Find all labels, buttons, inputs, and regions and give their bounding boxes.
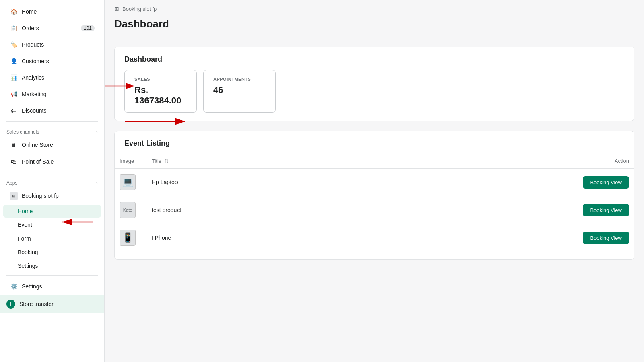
- sidebar-item-discounts[interactable]: 🏷 Discounts: [3, 103, 101, 119]
- row-action-3: Booking View: [348, 224, 634, 252]
- breadcrumb-icon: ⊞: [114, 6, 119, 12]
- sidebar-sub-item-booking[interactable]: Booking: [3, 246, 101, 259]
- apps-chevron: ›: [96, 180, 98, 186]
- booking-view-button-2[interactable]: Booking View: [583, 204, 629, 216]
- products-icon: 🏷️: [10, 41, 18, 49]
- sidebar-item-home[interactable]: 🏠 Home: [3, 4, 101, 20]
- sidebar-sub-item-settings-app[interactable]: Settings: [3, 259, 101, 272]
- row-image-3: 📱: [115, 224, 147, 252]
- app-icon: ⊞: [10, 192, 18, 200]
- sidebar-item-marketing[interactable]: 📢 Marketing: [3, 86, 101, 102]
- sidebar-sub-item-home[interactable]: Home: [3, 205, 101, 218]
- sales-stat-card: SALES Rs.1367384.00: [124, 70, 197, 113]
- marketing-icon: 📢: [10, 90, 18, 98]
- content-area: Dashboard SALES Rs.1367384.00: [105, 37, 644, 269]
- orders-icon: 📋: [10, 24, 18, 32]
- online-store-icon: 🖥: [10, 141, 18, 149]
- row-action-2: Booking View: [348, 196, 634, 224]
- sidebar-divider-3: [6, 275, 98, 276]
- analytics-icon: 📊: [10, 74, 18, 82]
- sidebar-item-point-of-sale[interactable]: 🛍 Point of Sale: [3, 154, 101, 170]
- table-row: Kate test product Booking View: [115, 196, 634, 224]
- row-image-2: Kate: [115, 196, 147, 224]
- col-action: Action: [348, 154, 634, 169]
- sidebar-item-online-store[interactable]: 🖥 Online Store: [3, 137, 101, 153]
- sidebar-divider-2: [6, 173, 98, 173]
- breadcrumb: ⊞ Booking slot fp: [105, 0, 644, 16]
- stats-row: SALES Rs.1367384.00 APPOINTMENTS 46: [124, 70, 624, 113]
- row-title-1: Hp Laptop: [147, 169, 348, 196]
- sidebar-item-customers[interactable]: 👤 Customers: [3, 53, 101, 69]
- customers-icon: 👤: [10, 57, 18, 65]
- sidebar-sub-item-form[interactable]: Form: [3, 232, 101, 245]
- sidebar-item-settings[interactable]: ⚙️ Settings: [3, 278, 101, 294]
- stats-container: SALES Rs.1367384.00 APPOINTMENTS 46: [124, 70, 624, 113]
- event-listing-title: Event Listing: [115, 139, 634, 148]
- settings-icon: ⚙️: [10, 282, 18, 290]
- sales-label: SALES: [134, 77, 187, 82]
- store-transfer[interactable]: i Store transfer: [0, 295, 104, 313]
- dashboard-card: Dashboard SALES Rs.1367384.00: [114, 47, 634, 121]
- main-content: ⊞ Booking slot fp Dashboard Dashboard: [105, 0, 644, 362]
- col-title: Title ⇅: [147, 154, 348, 169]
- phone-icon: 📱: [122, 232, 133, 243]
- sidebar-app-booking-slot[interactable]: ⊞ Booking slot fp: [3, 188, 101, 204]
- row-action-1: Booking View: [348, 169, 634, 196]
- apps-section-label: Apps ›: [0, 175, 104, 187]
- event-listing-card: Event Listing Image Title ⇅ Action: [114, 131, 634, 260]
- sort-icon: ⇅: [165, 158, 169, 164]
- info-icon: i: [6, 300, 15, 309]
- orders-badge: 101: [81, 25, 95, 31]
- sales-channels-chevron: ›: [96, 129, 98, 135]
- sidebar-item-orders[interactable]: 📋 Orders 101: [3, 20, 101, 36]
- booking-view-button-1[interactable]: Booking View: [583, 176, 629, 189]
- product-thumb-3: 📱: [120, 230, 136, 246]
- product-thumb-2: Kate: [120, 202, 136, 218]
- sidebar-sub-item-event[interactable]: Event: [3, 218, 101, 231]
- sidebar-item-analytics[interactable]: 📊 Analytics: [3, 70, 101, 86]
- row-title-3: I Phone: [147, 224, 348, 252]
- sidebar-divider-1: [6, 121, 98, 122]
- sales-channels-label: Sales channels ›: [0, 124, 104, 136]
- row-title-2: test product: [147, 196, 348, 224]
- sidebar-item-products[interactable]: 🏷️ Products: [3, 37, 101, 53]
- appointments-label: APPOINTMENTS: [213, 77, 266, 82]
- table-row: 📱 I Phone Booking View: [115, 224, 634, 252]
- product-thumb-1: 💻: [120, 174, 136, 190]
- row-image-1: 💻: [115, 169, 147, 196]
- table-row: 💻 Hp Laptop Booking View: [115, 169, 634, 196]
- page-header: Dashboard: [105, 16, 644, 37]
- booking-view-button-3[interactable]: Booking View: [583, 232, 629, 244]
- appointments-value: 46: [213, 85, 266, 95]
- kate-image-label: Kate: [123, 208, 132, 212]
- col-image: Image: [115, 154, 147, 169]
- point-of-sale-icon: 🛍: [10, 158, 18, 166]
- dashboard-card-title: Dashboard: [124, 55, 624, 64]
- discounts-icon: 🏷: [10, 107, 18, 115]
- sales-value: Rs.1367384.00: [134, 85, 187, 106]
- laptop-icon: 💻: [122, 177, 133, 187]
- event-table: Image Title ⇅ Action: [115, 154, 634, 251]
- sidebar: 🏠 Home 📋 Orders 101 🏷️ Products 👤 Custom…: [0, 0, 105, 362]
- appointments-stat-card: APPOINTMENTS 46: [203, 70, 276, 113]
- page-title: Dashboard: [114, 18, 634, 30]
- home-icon: 🏠: [10, 8, 18, 16]
